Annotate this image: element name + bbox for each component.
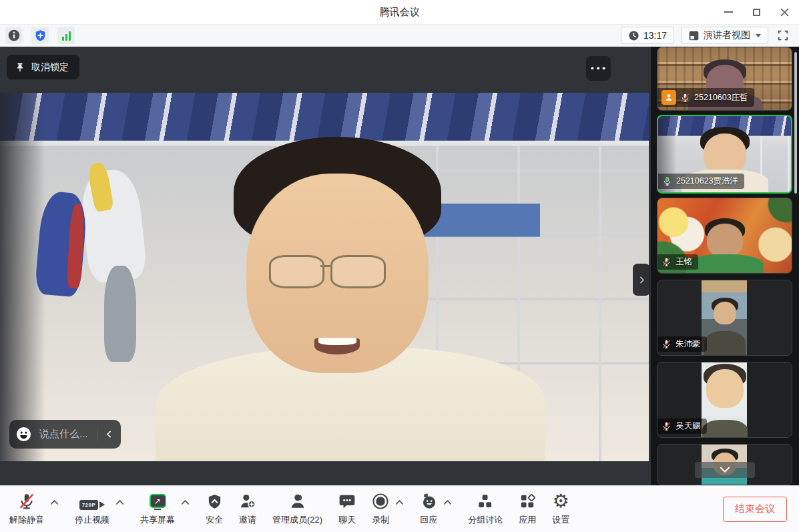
mic-muted-icon (661, 421, 672, 431)
unmute-button[interactable]: 解除静音 (9, 493, 44, 526)
record-group: 录制 (372, 493, 404, 526)
minimize-button[interactable] (723, 7, 734, 17)
window-controls (723, 0, 790, 24)
apps-label: 应用 (519, 514, 536, 526)
signal-icon (62, 31, 71, 41)
collapse-chat-button[interactable] (98, 420, 121, 449)
camera-lens-shape (99, 501, 105, 508)
mic-options-chevron[interactable] (50, 496, 59, 508)
maximize-button[interactable] (751, 7, 762, 17)
members-icon (289, 493, 306, 510)
meeting-security-status-button[interactable] (31, 27, 49, 44)
title-bar: 腾讯会议 (0, 0, 799, 24)
participant-name-bar: 朱沛豪 (657, 336, 707, 352)
apps-icon (519, 493, 536, 510)
participant-name-bar: 王铭 (657, 254, 698, 270)
emoji-icon[interactable] (16, 427, 31, 442)
participant-tile[interactable]: 王铭 (657, 198, 792, 274)
video-options-chevron[interactable] (115, 496, 124, 508)
share-options-chevron[interactable] (181, 496, 190, 508)
invite-group: 邀请 (239, 493, 256, 526)
participants-sidebar: 25210603庄哲 25210623贾浩洋 (651, 47, 799, 485)
record-label: 录制 (372, 514, 389, 526)
participant-tile[interactable]: 吴天赐 (657, 362, 792, 438)
meeting-info-button[interactable] (5, 27, 23, 44)
more-options-button[interactable]: ••• (586, 56, 611, 81)
sidebar-collapse-handle[interactable] (633, 264, 650, 296)
share-arrow-glyph: ↗ (154, 497, 161, 506)
record-icon (372, 493, 389, 510)
end-meeting-button[interactable]: 结束会议 (723, 497, 787, 522)
participant-tile[interactable]: 25210603庄哲 (657, 47, 792, 111)
participant-tile[interactable] (657, 444, 792, 485)
share-screen-button[interactable]: ↗ 共享屏幕 (140, 493, 175, 526)
breakout-rooms-label: 分组讨论 (468, 514, 503, 526)
view-mode-selector[interactable]: 演讲者视图 (681, 27, 768, 44)
security-shield-icon (206, 493, 223, 510)
reaction-options-chevron[interactable] (443, 496, 452, 508)
manage-members-label: 管理成员(22) (272, 514, 322, 526)
participant-face (706, 369, 744, 408)
view-mode-label: 演讲者视图 (704, 29, 750, 41)
participant-name: 吴天赐 (676, 421, 701, 432)
clock-icon (628, 30, 639, 41)
stop-video-button[interactable]: 720P 停止视频 (75, 493, 109, 526)
settings-button[interactable]: ⚙ 设置 (552, 493, 569, 526)
fullscreen-icon (777, 29, 789, 41)
breakout-rooms-button[interactable]: 分组讨论 (468, 493, 503, 526)
sidebar-scrollbar[interactable] (794, 52, 797, 194)
reaction-button[interactable]: 回应 (420, 493, 437, 526)
mic-on-icon (662, 176, 672, 186)
window-title: 腾讯会议 (380, 6, 420, 19)
shield-plus-icon (34, 29, 47, 42)
share-group: ↗ 共享屏幕 (140, 493, 190, 526)
participant-face (714, 302, 736, 324)
settings-gear-icon: ⚙ (553, 493, 569, 510)
meeting-content: 取消锁定 ••• 说点什么... (0, 47, 799, 485)
record-button[interactable]: 录制 (372, 493, 389, 526)
breakout-rooms-icon (477, 493, 494, 510)
pin-icon (15, 61, 25, 73)
top-toolbar-right: 13:17 演讲者视图 (621, 27, 799, 44)
person-icon (664, 93, 674, 102)
participant-body (702, 420, 748, 438)
main-video-stage: 取消锁定 ••• 说点什么... (0, 47, 651, 485)
mic-muted-icon (680, 93, 690, 103)
manage-members-button[interactable]: 管理成员(22) (272, 493, 322, 526)
unmute-label: 解除静音 (9, 514, 44, 526)
meeting-top-toolbar: 13:17 演讲者视图 (0, 24, 799, 47)
meeting-timer[interactable]: 13:17 (621, 27, 674, 44)
network-status-button[interactable] (57, 27, 75, 44)
close-button[interactable] (779, 7, 790, 17)
chat-button[interactable]: 聊天 (338, 493, 356, 526)
reaction-label: 回应 (420, 514, 437, 526)
camera-icon: 720P (79, 500, 105, 510)
apps-button[interactable]: 应用 (519, 493, 536, 526)
participant-tile[interactable]: 朱沛豪 (657, 280, 792, 356)
scroll-down-button[interactable] (695, 462, 755, 478)
invite-button[interactable]: 邀请 (239, 493, 256, 526)
member-list-badge (661, 90, 676, 105)
mic-muted-icon (18, 493, 35, 510)
mute-group: 解除静音 (9, 493, 59, 526)
participant-tile-active-speaker[interactable]: 25210623贾浩洋 (657, 115, 792, 194)
unpin-button[interactable]: 取消锁定 (7, 55, 79, 79)
minimize-icon (724, 11, 733, 13)
speaker-glasses (269, 255, 324, 288)
security-button[interactable]: 安全 (206, 493, 223, 526)
participant-name: 王铭 (676, 256, 692, 268)
meeting-control-bar: 解除静音 720P 停止视频 ↗ 共享屏幕 (0, 485, 799, 532)
chevron-up-icon (443, 499, 452, 505)
hanging-clothes-shape (104, 266, 137, 362)
maximize-icon (753, 9, 760, 16)
quick-chat-bar: 说点什么... (9, 420, 121, 449)
chevron-left-icon (105, 430, 113, 439)
record-options-chevron[interactable] (395, 496, 404, 508)
chat-input[interactable]: 说点什么... (31, 428, 97, 441)
close-icon (780, 8, 789, 17)
settings-group: ⚙ 设置 (552, 493, 569, 526)
fullscreen-button[interactable] (775, 27, 791, 43)
chevron-up-icon (115, 499, 124, 505)
chat-label: 聊天 (338, 514, 356, 526)
apps-group: 应用 (519, 493, 536, 526)
